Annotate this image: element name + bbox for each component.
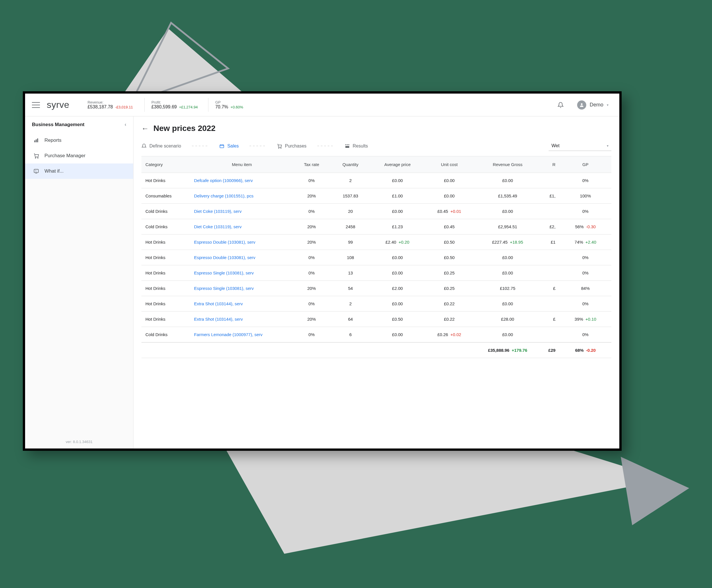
tab-results[interactable]: Results — [345, 144, 368, 149]
totals-rev-net: £29 — [548, 348, 556, 353]
cell-revenue-net — [540, 296, 559, 312]
cell-menu-item[interactable]: Defcafe option (1000966), serv — [190, 173, 294, 188]
tab-label: Results — [353, 144, 368, 149]
cell-menu-item[interactable]: Espresso Double (103081), serv — [190, 250, 294, 265]
sidebar-section-header: Business Management ‹ — [25, 117, 133, 133]
cell-revenue-gross: £0.00 — [475, 173, 540, 188]
cell-category: Cold Drinks — [142, 327, 190, 343]
svg-rect-17 — [345, 146, 349, 148]
cell-menu-item[interactable]: Extra Shot (103144), serv — [190, 312, 294, 327]
scenario-tabs: Define scenarioSalesPurchasesResults Wet… — [142, 135, 611, 156]
bell-icon — [558, 102, 564, 108]
tab-sales[interactable]: Sales — [219, 144, 239, 149]
cell-unit-cost: £0.22 — [424, 312, 475, 327]
topbar: syrve Revenue:£538,187.78-£3,019.11Profi… — [25, 93, 619, 117]
purchase-icon — [33, 153, 39, 159]
svg-rect-16 — [348, 144, 349, 145]
cell-gp: 0% — [559, 250, 611, 265]
cell-quantity: 54 — [329, 281, 371, 296]
cell-menu-item[interactable]: Diet Coke (103119), serv — [190, 204, 294, 219]
svg-point-13 — [281, 147, 281, 148]
table-header-row: Category Menu item Tax rate Quantity Ave… — [142, 156, 611, 173]
sidebar: Business Management ‹ ReportsPurchase Ma… — [25, 117, 133, 448]
user-menu[interactable]: Demo ▾ — [573, 99, 612, 111]
svg-point-4 — [581, 103, 583, 105]
sidebar-item-label: Reports — [44, 138, 62, 143]
cell-category: Hot Drinks — [142, 173, 190, 188]
table-row: ConsumablesDelivery charge (1001551), pc… — [142, 188, 611, 204]
cell-gp: 0% — [559, 204, 611, 219]
table-row: Cold DrinksDiet Coke (103119), serv20%24… — [142, 219, 611, 234]
table-row: Hot DrinksEspresso Single (103081), serv… — [142, 281, 611, 296]
chevron-down-icon: ▾ — [607, 103, 608, 107]
cell-tax-rate: 20% — [294, 219, 329, 234]
tab-label: Define scenario — [149, 144, 181, 149]
cell-menu-item[interactable]: Espresso Double (103081), serv — [190, 234, 294, 250]
define-icon — [142, 144, 147, 149]
cell-revenue-net: £2, — [540, 219, 559, 234]
kpi-value: £380,599.69 — [151, 104, 177, 109]
menu-toggle-icon[interactable] — [32, 102, 40, 108]
cell-gp: 56%-0.30 — [559, 219, 611, 234]
cell-menu-item[interactable]: Espresso Single (103081), serv — [190, 265, 294, 281]
cell-category: Hot Drinks — [142, 312, 190, 327]
cell-revenue-gross: £227.45+18.95 — [475, 234, 540, 250]
cell-unit-cost: £0.00 — [424, 173, 475, 188]
cell-menu-item[interactable]: Extra Shot (103144), serv — [190, 296, 294, 312]
col-menu-item[interactable]: Menu item — [190, 156, 294, 173]
svg-marker-1 — [131, 23, 228, 103]
cell-unit-cost: £0.00 — [424, 188, 475, 204]
notifications-button[interactable] — [555, 99, 566, 111]
sidebar-item-label: Purchase Manager — [44, 153, 86, 159]
cell-quantity: 64 — [329, 312, 371, 327]
cell-average-price: £0.00 — [371, 204, 424, 219]
cell-menu-item[interactable]: Farmers Lemonade (1000977), serv — [190, 327, 294, 343]
cell-revenue-gross: £0.00 — [475, 250, 540, 265]
tab-separator — [317, 146, 334, 146]
svg-point-9 — [38, 158, 39, 158]
totals-rev-gross: £35,888.96 — [488, 348, 509, 353]
cell-revenue-net — [540, 265, 559, 281]
tab-purchases[interactable]: Purchases — [277, 144, 306, 149]
cell-tax-rate: 0% — [294, 265, 329, 281]
col-tax-rate[interactable]: Tax rate — [294, 156, 329, 173]
sidebar-item-whatif[interactable]: What if... — [25, 164, 133, 179]
cell-menu-item[interactable]: Delivery charge (1001551), pcs — [190, 188, 294, 204]
cell-unit-cost: £0.45 — [424, 219, 475, 234]
main-panel: ← New prices 2022 Define scenarioSalesPu… — [133, 117, 619, 448]
cell-menu-item[interactable]: Diet Coke (103119), serv — [190, 219, 294, 234]
cell-average-price: £1.00 — [371, 188, 424, 204]
col-rev-net[interactable]: R — [540, 156, 559, 173]
cell-gp: 0% — [559, 173, 611, 188]
cell-unit-cost: £0.25 — [424, 265, 475, 281]
cell-category: Consumables — [142, 188, 190, 204]
cell-unit-cost: £0.22 — [424, 296, 475, 312]
col-rev-gross[interactable]: Revenue Gross — [475, 156, 540, 173]
cell-category: Hot Drinks — [142, 234, 190, 250]
cell-quantity: 1537.83 — [329, 188, 371, 204]
sidebar-item-purchase[interactable]: Purchase Manager — [25, 148, 133, 164]
cell-revenue-net — [540, 173, 559, 188]
col-gp[interactable]: GP — [559, 156, 611, 173]
cell-tax-rate: 20% — [294, 312, 329, 327]
cell-menu-item[interactable]: Espresso Single (103081), serv — [190, 281, 294, 296]
sidebar-item-reports[interactable]: Reports — [25, 133, 133, 148]
col-unit-cost[interactable]: Unit cost — [424, 156, 475, 173]
col-category[interactable]: Category — [142, 156, 190, 173]
cell-gp: 100% — [559, 188, 611, 204]
col-avg-price[interactable]: Average price — [371, 156, 424, 173]
sidebar-collapse-button[interactable]: ‹ — [125, 122, 126, 128]
filter-selected-value: Wet — [552, 143, 559, 148]
col-quantity[interactable]: Quantity — [329, 156, 371, 173]
cell-tax-rate: 20% — [294, 281, 329, 296]
chevron-down-icon: ▾ — [607, 144, 608, 148]
tab-define[interactable]: Define scenario — [142, 144, 181, 149]
kpi-group: Revenue:£538,187.78-£3,019.11Profit:£380… — [88, 98, 279, 112]
category-filter-select[interactable]: Wet ▾ — [548, 141, 611, 151]
cell-tax-rate: 0% — [294, 327, 329, 343]
totals-gp-delta: -0.20 — [586, 348, 596, 353]
back-button[interactable]: ← — [142, 124, 149, 133]
cell-revenue-gross: £0.00 — [475, 265, 540, 281]
sales-icon — [219, 144, 224, 149]
cell-average-price: £1.23 — [371, 219, 424, 234]
